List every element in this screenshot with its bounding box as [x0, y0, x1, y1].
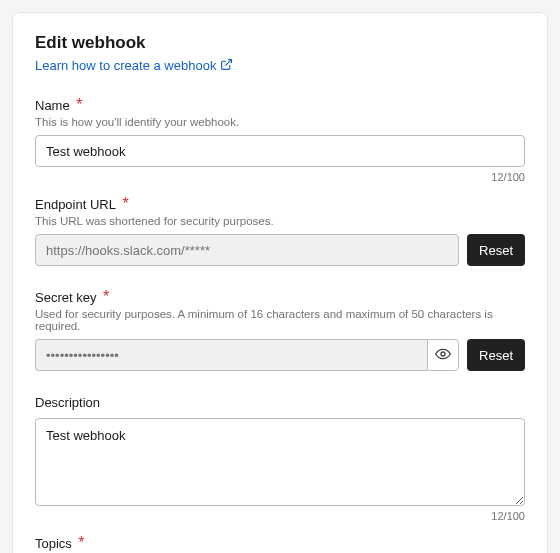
secret-reset-button[interactable]: Reset	[467, 339, 525, 371]
endpoint-help: This URL was shortened for security purp…	[35, 215, 525, 227]
required-indicator: *	[76, 96, 82, 113]
svg-point-1	[441, 352, 445, 356]
secret-input	[35, 339, 427, 371]
endpoint-label: Endpoint URL	[35, 197, 116, 212]
endpoint-reset-button[interactable]: Reset	[467, 234, 525, 266]
learn-link-text: Learn how to create a webhook	[35, 58, 216, 73]
name-help: This is how you'll identify your webhook…	[35, 116, 525, 128]
eye-icon	[435, 346, 451, 365]
name-input[interactable]	[35, 135, 525, 167]
required-indicator: *	[122, 195, 128, 212]
description-counter: 12/100	[35, 510, 525, 522]
endpoint-input	[35, 234, 459, 266]
external-link-icon	[220, 58, 233, 74]
name-counter: 12/100	[35, 171, 525, 183]
learn-link[interactable]: Learn how to create a webhook	[35, 58, 233, 74]
toggle-visibility-button[interactable]	[427, 339, 459, 371]
required-indicator: *	[103, 288, 109, 305]
description-textarea[interactable]	[35, 418, 525, 506]
name-label: Name	[35, 98, 70, 113]
edit-webhook-card: Edit webhook Learn how to create a webho…	[12, 12, 548, 553]
secret-label: Secret key	[35, 290, 96, 305]
secret-help: Used for security purposes. A minimum of…	[35, 308, 525, 332]
topics-label: Topics	[35, 536, 72, 551]
required-indicator: *	[78, 534, 84, 551]
topics-field: Topics * These will trigger a notificati…	[35, 534, 525, 553]
page-title: Edit webhook	[35, 33, 525, 53]
name-field: Name * This is how you'll identify your …	[35, 96, 525, 183]
svg-line-0	[226, 59, 232, 65]
description-label: Description	[35, 395, 100, 410]
endpoint-field: Endpoint URL * This URL was shortened fo…	[35, 195, 525, 266]
description-field: Description 12/100	[35, 393, 525, 522]
secret-field: Secret key * Used for security purposes.…	[35, 288, 525, 371]
